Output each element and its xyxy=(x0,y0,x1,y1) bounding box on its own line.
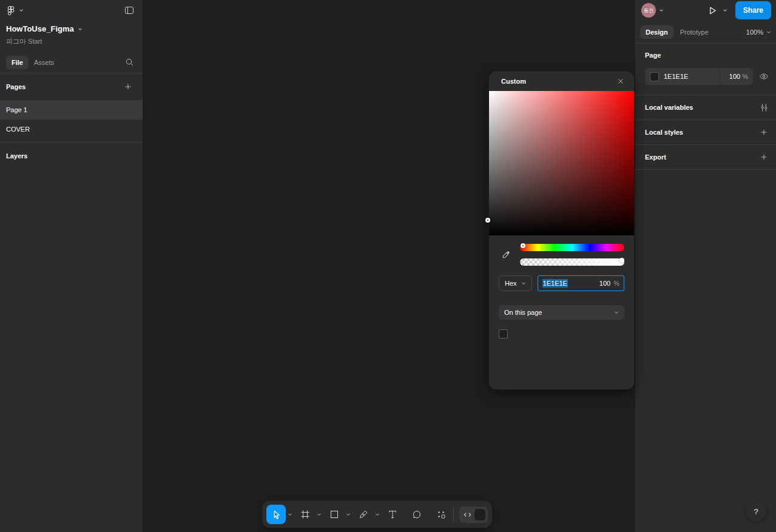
left-sidebar: HowToUse_Figma 피그마 Start File Assets Pag… xyxy=(0,0,143,532)
page-opacity-unit: % xyxy=(742,73,748,80)
actions-icon xyxy=(436,510,446,519)
move-tool-chevron[interactable] xyxy=(286,505,294,524)
frame-tool-button[interactable] xyxy=(295,505,315,524)
hex-input[interactable]: 1E1E1E 100 % xyxy=(538,275,624,291)
text-tool-button[interactable] xyxy=(383,505,402,524)
page-item-label: Page 1 xyxy=(6,106,27,113)
color-picker-title: Custom xyxy=(501,78,526,85)
frame-tool-chevron[interactable] xyxy=(315,505,323,524)
page-opacity-value[interactable]: 100 xyxy=(729,73,740,80)
open-variables-button[interactable] xyxy=(757,100,771,115)
add-style-button[interactable] xyxy=(757,125,771,140)
page-color-swatch[interactable] xyxy=(650,72,659,81)
page-list-item[interactable]: Page 1 xyxy=(0,100,143,120)
dev-mode-knob xyxy=(474,509,485,520)
alpha-slider[interactable] xyxy=(520,258,624,266)
comment-icon xyxy=(412,510,422,519)
scope-label: On this page xyxy=(504,309,542,316)
project-name[interactable]: 피그마 Start xyxy=(6,37,137,46)
share-button[interactable]: Share xyxy=(735,1,771,19)
tab-file[interactable]: File xyxy=(6,56,29,69)
main-menu-button[interactable] xyxy=(6,5,24,15)
cursor-icon xyxy=(271,510,282,520)
saturation-value-area[interactable] xyxy=(489,91,634,235)
dev-mode-toggle[interactable] xyxy=(459,507,488,523)
color-picker-dialog: Custom xyxy=(489,72,634,389)
toolbar-divider xyxy=(453,507,454,522)
plus-icon xyxy=(760,153,768,161)
code-icon xyxy=(463,510,472,519)
color-mode-label: Hex xyxy=(505,280,517,287)
zoom-menu[interactable]: 100% xyxy=(746,29,771,36)
eye-icon xyxy=(759,72,769,81)
chevron-down-icon xyxy=(614,310,619,315)
scope-dropdown[interactable]: On this page xyxy=(499,305,624,320)
play-icon xyxy=(708,6,717,15)
bottom-toolbar xyxy=(262,501,492,528)
file-name-menu[interactable]: HowToUse_Figma xyxy=(6,24,137,33)
page-item-label: COVER xyxy=(6,126,30,133)
present-button[interactable] xyxy=(706,3,720,18)
eyedropper-button[interactable] xyxy=(499,247,513,262)
rectangle-tool-button[interactable] xyxy=(325,505,344,524)
right-sidebar: 동건 Share Design Prototype 100% xyxy=(635,0,776,532)
tab-design[interactable]: Design xyxy=(640,25,673,39)
figma-logo-icon xyxy=(6,5,16,15)
file-name: HowToUse_Figma xyxy=(6,24,74,33)
document-color-swatch[interactable] xyxy=(499,329,508,338)
toggle-sidebar-button[interactable] xyxy=(122,3,137,18)
opacity-unit: % xyxy=(613,280,619,287)
page-list-item[interactable]: COVER xyxy=(0,120,143,139)
page-color-field[interactable]: 1E1E1E xyxy=(645,68,720,85)
local-variables-header: Local variables xyxy=(645,104,693,111)
rectangle-tool-chevron[interactable] xyxy=(344,505,352,524)
plus-icon xyxy=(760,128,768,136)
help-button[interactable]: ? xyxy=(746,502,766,521)
avatar[interactable]: 동건 xyxy=(641,3,656,18)
tab-prototype[interactable]: Prototype xyxy=(675,25,714,39)
export-header: Export xyxy=(645,153,666,161)
opacity-value[interactable]: 100 xyxy=(599,280,610,287)
rectangle-icon xyxy=(329,510,339,519)
alpha-slider-handle[interactable] xyxy=(619,258,624,263)
move-tool-button[interactable] xyxy=(266,505,286,524)
page-opacity-field[interactable]: 100 % xyxy=(720,68,753,85)
page-section-header: Page xyxy=(645,52,771,59)
text-icon xyxy=(388,510,397,519)
toggle-page-color-visibility-button[interactable] xyxy=(757,69,771,84)
pages-header: Pages xyxy=(6,83,25,90)
color-cursor[interactable] xyxy=(485,218,490,223)
local-styles-header: Local styles xyxy=(645,129,683,136)
chevron-down-icon[interactable] xyxy=(659,8,664,13)
tab-assets[interactable]: Assets xyxy=(29,56,59,69)
frame-icon xyxy=(300,510,310,519)
eyedropper-icon xyxy=(501,249,511,260)
pen-tool-chevron[interactable] xyxy=(373,505,381,524)
actions-tool-button[interactable] xyxy=(431,505,451,524)
add-export-button[interactable] xyxy=(757,150,771,164)
layers-header: Layers xyxy=(6,152,27,160)
chevron-down-icon xyxy=(19,8,24,13)
hex-value: 1E1E1E xyxy=(542,279,568,288)
hue-slider-handle[interactable] xyxy=(521,243,525,248)
color-mode-dropdown[interactable]: Hex xyxy=(499,275,532,291)
hue-slider[interactable] xyxy=(520,244,624,251)
chevron-down-icon[interactable] xyxy=(723,8,727,13)
close-button[interactable] xyxy=(613,74,628,89)
chevron-down-icon xyxy=(78,27,83,32)
variables-sliders-icon xyxy=(760,103,769,112)
panel-left-icon xyxy=(124,5,134,15)
pen-tool-button[interactable] xyxy=(354,505,373,524)
zoom-level: 100% xyxy=(746,29,763,36)
search-icon xyxy=(125,58,134,67)
comment-tool-button[interactable] xyxy=(407,505,427,524)
plus-icon xyxy=(124,82,132,91)
close-icon xyxy=(616,77,625,86)
search-button[interactable] xyxy=(122,55,137,70)
page-color-hex[interactable]: 1E1E1E xyxy=(664,73,688,80)
chevron-down-icon xyxy=(766,30,771,35)
chevron-down-icon xyxy=(521,281,526,286)
pen-icon xyxy=(359,510,368,519)
add-page-button[interactable] xyxy=(121,79,135,94)
